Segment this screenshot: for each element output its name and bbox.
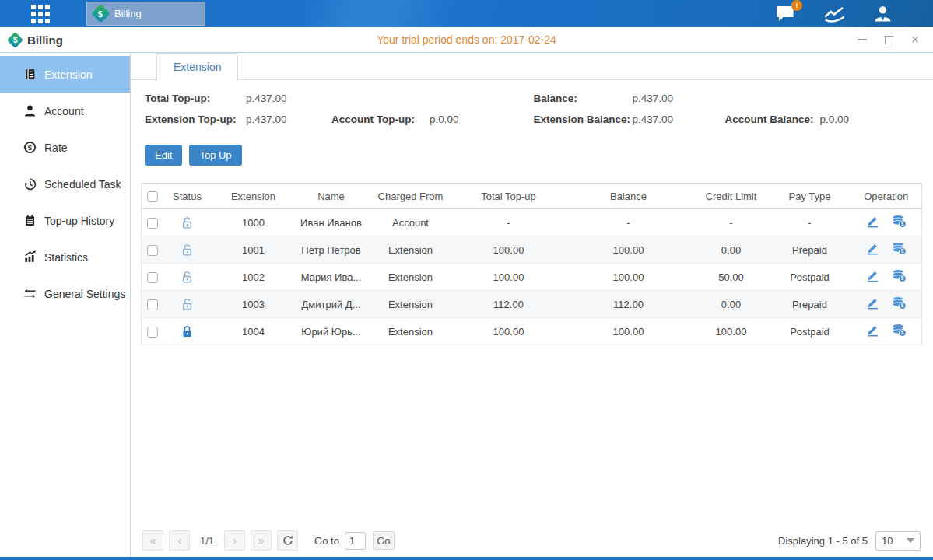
- close-button[interactable]: ×: [910, 34, 921, 45]
- taskbar-item-billing[interactable]: $ Billing: [86, 2, 205, 26]
- column-header-charged-from[interactable]: Charged From: [367, 184, 454, 209]
- table-row[interactable]: 1001Петр ПетровExtension100.00100.000.00…: [142, 236, 922, 264]
- edit-row-icon[interactable]: [866, 324, 879, 337]
- status-locked-icon: [181, 325, 194, 338]
- cell-operation: $: [851, 209, 922, 236]
- general-settings-sliders-icon: [23, 287, 37, 300]
- cell-pay-type: Postpaid: [769, 318, 851, 345]
- minimize-button[interactable]: [857, 34, 868, 45]
- user-account-icon[interactable]: [873, 5, 893, 22]
- edit-row-icon[interactable]: [866, 242, 879, 255]
- balance-summary: Total Top-up: p.437.00 Balance: p.437.00…: [141, 93, 922, 125]
- edit-row-icon[interactable]: [866, 296, 879, 310]
- goto-page-input[interactable]: [345, 532, 366, 550]
- column-header-total-top-up[interactable]: Total Top-up: [454, 184, 563, 209]
- column-header-balance[interactable]: Balance: [563, 184, 694, 209]
- topup-row-icon[interactable]: $: [892, 242, 907, 255]
- last-page-button[interactable]: »: [251, 530, 272, 551]
- sidebar-item-general-settings[interactable]: General Settings: [0, 275, 130, 312]
- prev-page-button[interactable]: ‹: [169, 530, 190, 551]
- cell-charged-from: Extension: [367, 236, 454, 264]
- sidebar-item-extension[interactable]: Extension: [0, 56, 130, 93]
- app-menu-icon[interactable]: [27, 3, 54, 25]
- row-checkbox[interactable]: [147, 327, 158, 338]
- page-size-select[interactable]: 10: [875, 531, 921, 551]
- refresh-icon: [282, 535, 293, 546]
- column-header-extension[interactable]: Extension: [212, 184, 296, 209]
- rate-dollar-icon: $: [23, 141, 37, 154]
- window-billing-icon: $: [7, 31, 23, 47]
- page-indicator: 1/1: [195, 535, 219, 547]
- row-checkbox[interactable]: [147, 218, 158, 229]
- billing-window: $ Billing Your trial period ends on: 201…: [0, 27, 933, 557]
- cell-checkbox: [142, 209, 163, 236]
- next-page-button[interactable]: ›: [224, 530, 245, 551]
- first-page-button[interactable]: «: [142, 530, 163, 551]
- taskbar-item-label: Billing: [114, 8, 142, 19]
- sidebar-item-rate[interactable]: $ Rate: [0, 129, 130, 166]
- tab-extension[interactable]: Extension: [156, 53, 238, 80]
- edit-row-icon[interactable]: [866, 269, 879, 282]
- select-all-checkbox[interactable]: [147, 191, 158, 202]
- cell-charged-from: Account: [367, 209, 454, 236]
- edit-button[interactable]: Edit: [145, 145, 182, 166]
- row-checkbox[interactable]: [147, 299, 158, 310]
- row-checkbox[interactable]: [147, 272, 158, 283]
- notifications-icon[interactable]: !: [775, 5, 796, 23]
- status-unlocked-icon: [181, 243, 194, 257]
- cell-balance: -: [563, 209, 694, 236]
- topup-row-icon[interactable]: $: [892, 269, 907, 282]
- cell-credit-limit: 100.00: [694, 318, 769, 345]
- column-header-pay-type[interactable]: Pay Type: [769, 184, 851, 209]
- tab-strip: Extension: [131, 53, 933, 80]
- table-row[interactable]: 1003Дмитрий Д...Extension112.00112.000.0…: [142, 291, 922, 318]
- column-header-status[interactable]: Status: [163, 184, 212, 209]
- line-chart-icon: [824, 5, 845, 23]
- topup-row-icon[interactable]: $: [892, 215, 907, 228]
- extension-topup-label: Extension Top-up:: [145, 114, 246, 125]
- cell-credit-limit: -: [694, 209, 769, 236]
- sidebar-item-label: Statistics: [44, 251, 88, 264]
- cell-pay-type: -: [769, 209, 851, 236]
- edit-row-icon[interactable]: [866, 215, 879, 228]
- cell-pay-type: Postpaid: [769, 264, 851, 291]
- cell-status: [163, 318, 212, 345]
- go-button[interactable]: Go: [373, 531, 395, 550]
- topup-row-icon[interactable]: $: [892, 296, 907, 310]
- sidebar-item-label: Scheduled Task: [44, 178, 121, 191]
- account-balance-label: Account Balance:: [725, 114, 820, 125]
- row-checkbox[interactable]: [147, 245, 158, 256]
- sidebar-item-scheduled-task[interactable]: Scheduled Task: [0, 166, 130, 202]
- cell-total-topup: 100.00: [454, 264, 563, 291]
- cell-operation: $: [851, 291, 922, 318]
- operation-cell-icons: $: [866, 242, 907, 255]
- svg-text:$: $: [901, 330, 904, 336]
- maximize-button[interactable]: [883, 34, 894, 45]
- table-row[interactable]: 1004Юрий Юрь...Extension100.00100.00100.…: [142, 318, 922, 345]
- column-header-operation[interactable]: Operation: [851, 184, 922, 209]
- refresh-button[interactable]: [277, 530, 298, 551]
- goto-label: Go to: [314, 535, 339, 547]
- cell-checkbox: [142, 318, 163, 345]
- column-header-credit-limit[interactable]: Credit Limit: [694, 184, 769, 209]
- cell-extension: 1001: [212, 236, 296, 264]
- paging-toolbar: « ‹ 1/1 › » Go to Go Displaying 1 - 5 of…: [141, 529, 922, 552]
- table-row[interactable]: 1000Иван ИвановAccount---- $: [142, 209, 922, 236]
- sidebar-item-label: Rate: [44, 142, 68, 154]
- scheduled-task-clock-icon: [23, 177, 37, 191]
- table-row[interactable]: 1002Мария Ива...Extension100.00100.0050.…: [142, 264, 922, 291]
- displaying-text: Displaying 1 - 5 of 5: [778, 535, 868, 547]
- sidebar-item-account[interactable]: Account: [0, 93, 130, 129]
- window-title: Billing: [27, 33, 63, 47]
- column-header-name[interactable]: Name: [296, 184, 367, 209]
- extension-balance-label: Extension Balance:: [534, 114, 633, 125]
- topup-row-icon[interactable]: $: [892, 324, 907, 337]
- top-up-button[interactable]: Top Up: [189, 145, 241, 166]
- reports-chart-icon[interactable]: [824, 5, 845, 23]
- sidebar-item-topup-history[interactable]: Top-up History: [0, 202, 130, 239]
- table-header-row: StatusExtensionNameCharged FromTotal Top…: [142, 184, 922, 209]
- balance-value: p.437.00: [633, 93, 725, 104]
- extension-balance-value: p.437.00: [633, 114, 725, 125]
- sidebar-item-statistics[interactable]: Statistics: [0, 239, 130, 275]
- svg-text:$: $: [901, 303, 904, 309]
